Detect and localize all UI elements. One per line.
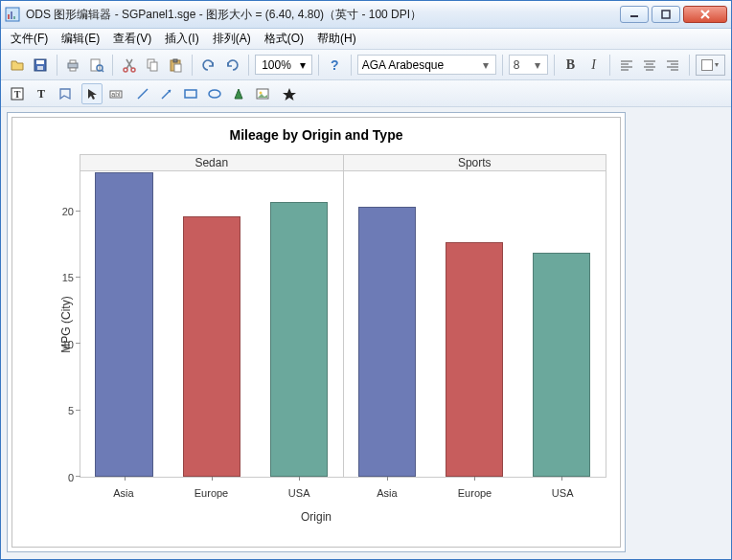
bar-sedan-asia[interactable]	[95, 172, 152, 477]
zoom-dropdown-icon[interactable]: ▾	[296, 58, 309, 72]
bar-sports-europe[interactable]	[446, 242, 503, 477]
svg-rect-21	[174, 64, 181, 72]
svg-rect-1	[8, 14, 10, 19]
save-button[interactable]	[30, 55, 50, 76]
zoom-combo[interactable]: 100% ▾	[255, 55, 312, 75]
menu-format[interactable]: 格式(O)	[259, 29, 309, 49]
bar-sedan-usa[interactable]	[270, 202, 328, 477]
y-tick: 15	[62, 272, 74, 283]
zoom-value: 100%	[258, 58, 296, 72]
menu-arrange[interactable]: 排列(A)	[207, 29, 257, 49]
dropdown-icon: ▾	[480, 58, 492, 72]
toolbar-separator	[192, 55, 193, 76]
print-preview-button[interactable]	[86, 55, 106, 76]
plot-area	[80, 171, 606, 478]
svg-point-15	[124, 68, 127, 72]
bar-sports-usa[interactable]	[533, 253, 590, 477]
panel-headers: Sedan Sports	[80, 154, 606, 171]
x-tick: USA	[255, 487, 343, 499]
align-left-button[interactable]	[616, 55, 636, 76]
y-tick: 0	[68, 472, 74, 483]
svg-line-39	[138, 89, 148, 99]
window-title: ODS 图形编辑器 - SGPanel1.sge - 图形大小 = (6.40,…	[26, 7, 620, 23]
bar-sedan-europe[interactable]	[183, 216, 240, 477]
help-button[interactable]: ?	[325, 55, 345, 76]
italic-button[interactable]: I	[583, 55, 604, 76]
menu-insert[interactable]: 插入(I)	[159, 29, 204, 49]
svg-rect-11	[70, 68, 76, 71]
toolbar-separator	[689, 55, 690, 76]
svg-rect-3	[13, 16, 15, 19]
toolbar-separator	[502, 55, 503, 76]
vertical-scrollbar[interactable]	[710, 112, 725, 552]
bar-sports-asia[interactable]	[358, 207, 416, 477]
menu-file[interactable]: 文件(F)	[5, 29, 54, 49]
x-tick: Asia	[343, 487, 431, 499]
title-bar: ODS 图形编辑器 - SGPanel1.sge - 图形大小 = (6.40,…	[1, 1, 731, 29]
font-color-button[interactable]: ▾	[696, 55, 725, 76]
svg-rect-10	[70, 60, 76, 63]
x-tick: Europe	[431, 487, 519, 499]
toolbar-separator	[57, 55, 57, 76]
label-tool-button[interactable]: abl	[105, 83, 126, 104]
toolbar-separator	[318, 55, 319, 76]
app-icon	[5, 7, 20, 22]
print-button[interactable]	[63, 55, 83, 76]
svg-line-14	[102, 70, 103, 72]
font-name-combo[interactable]: AGA Arabesque▾	[357, 55, 496, 75]
menu-help[interactable]: 帮助(H)	[311, 29, 362, 49]
toolbar-tools: T T abl	[1, 80, 731, 107]
svg-text:abl: abl	[111, 91, 121, 98]
toolbar-separator	[609, 55, 610, 76]
select-tool-button[interactable]	[81, 83, 103, 104]
minimize-button[interactable]	[620, 6, 649, 23]
paste-button[interactable]	[166, 55, 186, 76]
rectangle-tool-button[interactable]	[180, 83, 201, 104]
align-right-button[interactable]	[663, 55, 683, 76]
svg-text:T: T	[14, 89, 21, 100]
svg-rect-5	[662, 11, 670, 18]
chart-panel[interactable]: Mileage by Origin and Type Sedan Sports …	[11, 117, 621, 548]
text-box-button[interactable]: T	[7, 83, 28, 104]
svg-point-16	[131, 68, 135, 72]
x-tick: Europe	[168, 487, 256, 499]
redo-button[interactable]	[221, 55, 241, 76]
toolbar-main: 100% ▾ ? AGA Arabesque▾ 8▾ B I ▾	[1, 50, 731, 80]
arrow-tool-button[interactable]	[156, 83, 177, 104]
plot-sedan	[80, 171, 343, 477]
open-button[interactable]	[7, 55, 27, 76]
cut-button[interactable]	[119, 55, 139, 76]
ellipse-tool-button[interactable]	[204, 83, 225, 104]
x-axis-label: Origin	[12, 510, 620, 524]
y-tick: 5	[68, 405, 74, 416]
y-tick: 10	[62, 339, 74, 350]
image-tool-button[interactable]	[252, 83, 273, 104]
svg-rect-41	[185, 90, 196, 98]
bold-button[interactable]: B	[560, 55, 581, 76]
menu-edit[interactable]: 编辑(E)	[56, 29, 105, 49]
y-tick: 20	[62, 206, 74, 217]
line-tool-button[interactable]	[132, 83, 153, 104]
svg-point-42	[209, 90, 220, 98]
dropdown-icon: ▾	[532, 58, 543, 72]
maximize-button[interactable]	[652, 6, 680, 23]
canvas-area[interactable]: Mileage by Origin and Type Sedan Sports …	[7, 112, 626, 552]
panel-header-sedan: Sedan	[80, 154, 344, 171]
panel-header-sports: Sports	[344, 154, 607, 171]
close-button[interactable]	[683, 6, 727, 23]
annotation-button[interactable]	[55, 83, 76, 104]
marker-tool-button[interactable]	[228, 83, 249, 104]
menu-bar: 文件(F) 编辑(E) 查看(V) 插入(I) 排列(A) 格式(O) 帮助(H…	[1, 29, 731, 50]
copy-button[interactable]	[142, 55, 162, 76]
favorite-button[interactable]	[279, 83, 300, 104]
font-size-combo[interactable]: 8▾	[509, 55, 548, 75]
undo-button[interactable]	[198, 55, 218, 76]
svg-rect-9	[68, 63, 78, 68]
svg-rect-2	[11, 11, 12, 19]
text-button[interactable]: T	[31, 83, 52, 104]
svg-rect-20	[173, 59, 177, 62]
toolbar-separator	[351, 55, 352, 76]
x-axis-ticks: AsiaEuropeUSA AsiaEuropeUSA	[80, 487, 606, 499]
align-center-button[interactable]	[639, 55, 659, 76]
menu-view[interactable]: 查看(V)	[107, 29, 157, 49]
